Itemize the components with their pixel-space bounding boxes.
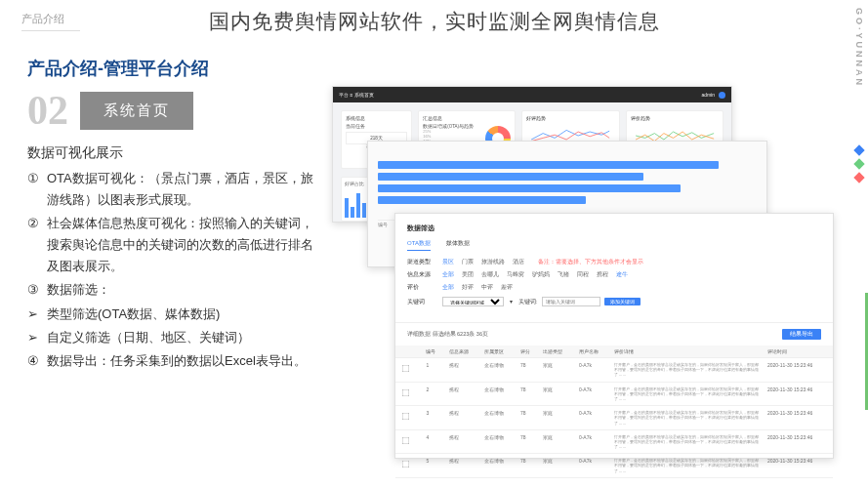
add-keyword-button[interactable]: 添加关键词 <box>604 298 641 305</box>
card-title: 汇总信息 <box>423 115 511 121</box>
filter-option[interactable]: 途牛 <box>616 271 628 278</box>
filter-tab-media[interactable]: 媒体数据 <box>446 239 470 251</box>
row-checkbox[interactable] <box>402 365 410 373</box>
filter-option[interactable]: 同程 <box>577 271 589 278</box>
card-line: 当前任务 <box>346 124 407 129</box>
filter-option[interactable]: 旅游线路 <box>481 259 505 265</box>
list-text: 自定义筛选（日期、地区、关键词） <box>47 327 320 348</box>
content-panel: 02 系统首页 数据可视化展示 ①OTA数据可视化：（景点门票，酒店，景区，旅游… <box>27 90 320 374</box>
export-button[interactable]: 结果导出 <box>782 329 821 340</box>
channel-note: 备注：需要选择、下方其他条件才会显示 <box>538 259 643 265</box>
top-tag: 产品介绍 <box>21 12 80 31</box>
col-header: 用户名称 <box>575 346 611 358</box>
card-title: 评价趋势 <box>631 115 719 121</box>
brand-vertical: GO·YUNNAN <box>854 8 864 88</box>
filter-option[interactable]: 去哪儿 <box>481 271 499 278</box>
channel-label: 渠道类型 <box>407 259 438 265</box>
results-table: 编号信息来源所属景区评分出游类型用户名称评价详情评论时间 1携程金石博物78家庭… <box>395 346 833 478</box>
col-header <box>395 346 422 358</box>
table-row: 5携程金石博物78家庭0-A7k 打开窗户，金石的美丽不能够言说是确实存在的，如… <box>395 454 833 478</box>
filter-option[interactable]: 差评 <box>501 284 513 291</box>
section-number: 02 <box>27 90 68 131</box>
list-marker: ➢ <box>27 327 47 348</box>
screenshot-stack: 平台 ≡ 系统首页 admin 系统信息 当前任务 218天 821311条 汇… <box>332 86 840 467</box>
keyword-region-select[interactable]: 选择关键词区域 <box>442 297 504 306</box>
list-marker: ③ <box>27 279 47 301</box>
table-row: 4携程金石博物78家庭0-A7k 打开窗户，金石的美丽不能够言说是确实存在的，如… <box>395 429 833 454</box>
subtitle: 产品介绍-管理平台介绍 <box>27 57 209 80</box>
filter-option[interactable]: 飞猪 <box>558 271 569 278</box>
row-checkbox[interactable] <box>402 413 410 421</box>
table-row: 3携程金石博物78家庭0-A7k 打开窗户，金石的美丽不能够言说是确实存在的，如… <box>395 406 833 430</box>
filter-option[interactable]: 酒店 <box>513 259 524 265</box>
result-count: 详细数据 筛选结果 6223条 36页 <box>407 331 488 338</box>
filter-option[interactable]: 全部 <box>442 271 454 278</box>
rating-label: 评价 <box>407 284 438 291</box>
filter-option[interactable]: 景区 <box>442 259 454 265</box>
row-checkbox[interactable] <box>402 461 410 468</box>
filter-option[interactable]: 中评 <box>481 284 493 291</box>
col-header: 所属景区 <box>480 346 517 358</box>
section-tab: 系统首页 <box>80 92 193 130</box>
filter-option[interactable]: 携程 <box>597 271 608 278</box>
page-title: 国内免费舆情网站软件，实时监测全网舆情信息 <box>0 0 868 35</box>
brand-diamonds <box>855 146 863 182</box>
list-text: OTA数据可视化：（景点门票，酒店，景区，旅游线路）以图表形式展现。 <box>47 168 320 211</box>
col-header: 评论时间 <box>764 346 833 358</box>
section-heading: 数据可视化展示 <box>27 144 320 162</box>
list-marker: ④ <box>27 350 47 372</box>
filter-option[interactable]: 马蜂窝 <box>507 271 524 278</box>
table-row: 1携程金石博物78家庭0-A7k 打开窗户，金石的美丽不能够言说是确实存在的，如… <box>395 358 833 383</box>
kw-field-label: 关键词: <box>518 299 538 305</box>
list-marker: ① <box>27 168 47 211</box>
dashboard-topbar-left: 平台 ≡ 系统首页 <box>339 92 374 98</box>
col-header: 编号 <box>422 346 444 358</box>
list-text: 社会媒体信息热度可视化：按照输入的关键词，搜索舆论信息中的关键词的次数的高低进行… <box>47 213 320 277</box>
source-label: 信息来源 <box>407 271 438 278</box>
card-title: 系统信息 <box>346 115 407 121</box>
filter-table-screenshot: 数据筛选 OTA数据 媒体数据 渠道类型 景区门票旅游线路酒店 备注：需要选择、… <box>394 213 834 459</box>
list-text: 类型筛选(OTA数据、媒体数据) <box>47 304 320 325</box>
avatar-icon <box>719 92 725 99</box>
filter-option[interactable]: 门票 <box>462 259 474 265</box>
card-title: 好评趋势 <box>526 115 614 121</box>
row-checkbox[interactable] <box>402 436 410 444</box>
list-marker: ➢ <box>27 304 47 325</box>
col-header: 评价详情 <box>610 346 764 358</box>
list-marker: ② <box>27 213 47 277</box>
col-header: 评分 <box>517 346 539 358</box>
keyword-label: 关键词 <box>407 299 438 305</box>
filter-option[interactable]: 全部 <box>442 284 454 291</box>
filter-heading: 数据筛选 <box>407 224 821 233</box>
list-text: 数据筛选： <box>47 279 320 301</box>
list-text: 数据导出：任务采集到的数据以Excel表导出。 <box>47 350 320 372</box>
col-header: 出游类型 <box>539 346 575 358</box>
keyword-input[interactable] <box>542 297 600 306</box>
description-list: ①OTA数据可视化：（景点门票，酒店，景区，旅游线路）以图表形式展现。②社会媒体… <box>27 168 320 372</box>
col-header: 信息来源 <box>445 346 481 358</box>
filter-option[interactable]: 驴妈妈 <box>532 271 550 278</box>
filter-option[interactable]: 美团 <box>462 271 474 278</box>
table-row: 2携程金石博物78家庭0-A7k 打开窗户，金石的美丽不能够言说是确实存在的，如… <box>395 382 833 406</box>
filter-option[interactable]: 好评 <box>462 284 474 291</box>
admin-label: admin <box>701 92 715 98</box>
row-checkbox[interactable] <box>402 388 410 396</box>
filter-tab-ota[interactable]: OTA数据 <box>407 239 431 251</box>
